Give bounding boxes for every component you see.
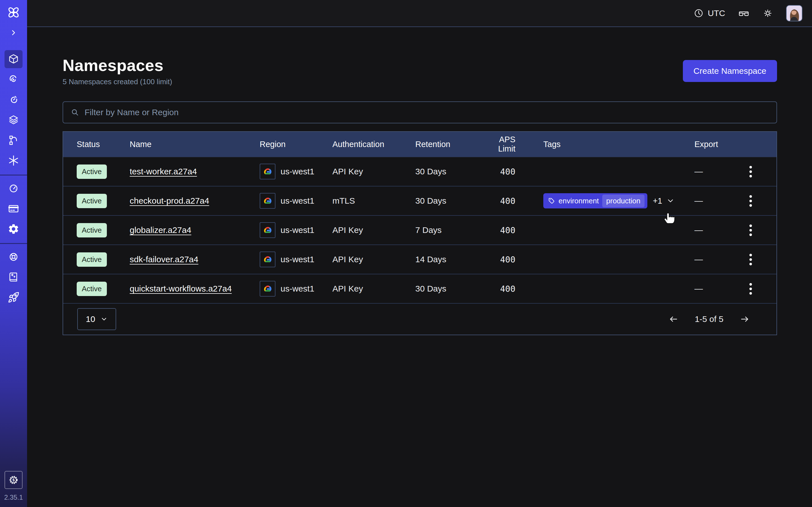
- user-avatar[interactable]: [786, 5, 802, 21]
- accessibility-button[interactable]: [738, 8, 749, 19]
- pagination: 1-5 of 5: [668, 314, 750, 325]
- sidebar-item-settings[interactable]: [4, 220, 22, 238]
- namespace-link[interactable]: sdk-failover.a27a4: [130, 255, 199, 264]
- row-menu-button[interactable]: [742, 222, 759, 238]
- auth-method: mTLS: [333, 196, 415, 206]
- status-badge: Active: [77, 165, 107, 179]
- sidebar-item-nexus[interactable]: [4, 152, 22, 170]
- tag-pill[interactable]: environment production: [543, 193, 647, 209]
- tag-key: environment: [559, 196, 599, 205]
- row-menu-button[interactable]: [742, 163, 759, 180]
- table-row[interactable]: Active sdk-failover.a27a4 us-west1 API K…: [63, 244, 776, 274]
- page-title: Namespaces: [63, 56, 172, 75]
- tags-expand-button[interactable]: [666, 196, 675, 205]
- sidebar-item-deployments[interactable]: [4, 111, 22, 129]
- aps-limit: 400: [480, 196, 515, 206]
- region-label: us-west1: [281, 284, 314, 293]
- filter-input[interactable]: [85, 108, 770, 117]
- sidebar-item-docs[interactable]: [4, 268, 22, 286]
- page-header: Namespaces 5 Namespaces created (100 lim…: [63, 56, 777, 86]
- row-menu-button[interactable]: [742, 280, 759, 297]
- sidebar-item-support[interactable]: [4, 248, 22, 266]
- search-icon: [70, 107, 80, 117]
- sidebar-nav-account: [4, 179, 22, 240]
- layers-icon: [8, 114, 19, 126]
- aps-limit: 400: [480, 225, 515, 235]
- retention-period: 30 Days: [415, 167, 480, 176]
- gcp-cloud-icon: [260, 164, 275, 179]
- auth-method: API Key: [333, 255, 415, 264]
- retention-period: 7 Days: [415, 225, 480, 235]
- tag-icon: [548, 197, 555, 205]
- gcp-cloud-icon: [260, 193, 275, 209]
- gcp-cloud-icon: [260, 281, 275, 297]
- timer-icon: [8, 94, 19, 106]
- export-status: —: [695, 284, 742, 293]
- tag-group: environment production +1: [543, 193, 695, 209]
- temporal-logo-icon: [6, 5, 21, 20]
- sidebar-item-billing[interactable]: [4, 200, 22, 218]
- region-label: us-west1: [281, 196, 314, 206]
- row-menu-button[interactable]: [742, 251, 759, 268]
- status-badge: Active: [77, 194, 107, 208]
- gcp-cloud-icon: [260, 251, 275, 267]
- aps-limit: 400: [480, 255, 515, 265]
- retention-period: 30 Days: [415, 196, 480, 206]
- sidebar-item-workflows[interactable]: [4, 70, 22, 89]
- page-size-select[interactable]: 10: [77, 308, 116, 330]
- namespace-link[interactable]: checkout-prod.a27a4: [130, 196, 209, 205]
- timezone-label: UTC: [708, 8, 725, 18]
- namespace-link[interactable]: quickstart-workflows.a27a4: [130, 284, 232, 293]
- sidebar-nav-help: [4, 248, 22, 309]
- gauge-icon: [8, 182, 19, 194]
- app-version: 2.35.1: [4, 494, 23, 501]
- region-label: us-west1: [281, 225, 314, 235]
- sidebar: $ 2.35.1: [0, 0, 27, 507]
- col-status: Status: [77, 140, 130, 149]
- prev-page-button[interactable]: [668, 314, 679, 325]
- clock-icon: [694, 8, 704, 18]
- table-row[interactable]: Active checkout-prod.a27a4 us-west1 mTLS…: [63, 186, 776, 215]
- export-status: —: [695, 167, 742, 176]
- table-row[interactable]: Active quickstart-workflows.a27a4 us-wes…: [63, 274, 776, 303]
- sidebar-expand-button[interactable]: [7, 26, 20, 39]
- book-sparkles-icon: [8, 271, 19, 283]
- sidebar-item-usage[interactable]: [4, 179, 22, 198]
- row-menu-button[interactable]: [742, 192, 759, 209]
- tags-cell: environment production +1: [515, 193, 695, 209]
- col-region: Region: [260, 140, 333, 149]
- asterisk-icon: [8, 155, 19, 166]
- sidebar-item-pipelines[interactable]: [4, 131, 22, 149]
- retention-period: 30 Days: [415, 284, 480, 293]
- sidebar-nav-primary: [4, 50, 22, 172]
- aps-limit: 400: [480, 167, 515, 177]
- col-name: Name: [130, 140, 260, 149]
- retention-period: 14 Days: [415, 255, 480, 264]
- namespaces-table: Status Name Region Authentication Retent…: [63, 131, 777, 335]
- tag-value: production: [602, 194, 644, 207]
- sidebar-item-schedules[interactable]: [4, 91, 22, 109]
- sidebar-divider: [0, 243, 27, 244]
- gear-icon: [8, 223, 19, 235]
- theme-toggle-button[interactable]: [762, 8, 773, 18]
- table-row[interactable]: Active globalizer.a27a4 us-west1 API Key…: [63, 215, 776, 244]
- table-row[interactable]: Active test-worker.a27a4 us-west1 API Ke…: [63, 157, 776, 186]
- gcp-cloud-icon: [260, 222, 275, 238]
- lifebuoy-icon: [8, 251, 19, 263]
- auth-method: API Key: [333, 167, 415, 176]
- table-header-row: Status Name Region Authentication Retent…: [63, 132, 776, 157]
- main-content: Namespaces 5 Namespaces created (100 lim…: [27, 27, 812, 507]
- namespace-link[interactable]: globalizer.a27a4: [130, 225, 192, 235]
- create-namespace-button[interactable]: Create Namespace: [683, 60, 777, 82]
- credit-card-icon: [8, 203, 19, 215]
- namespace-link[interactable]: test-worker.a27a4: [130, 167, 197, 176]
- next-page-button[interactable]: [739, 314, 750, 325]
- sidebar-item-getting-started[interactable]: [4, 288, 22, 306]
- timezone-selector[interactable]: UTC: [694, 8, 725, 18]
- svg-text:$: $: [12, 478, 15, 482]
- sidebar-item-namespaces[interactable]: [4, 50, 22, 68]
- credits-button[interactable]: $: [4, 471, 22, 489]
- region-label: us-west1: [281, 167, 314, 176]
- status-badge: Active: [77, 223, 107, 237]
- status-badge: Active: [77, 282, 107, 296]
